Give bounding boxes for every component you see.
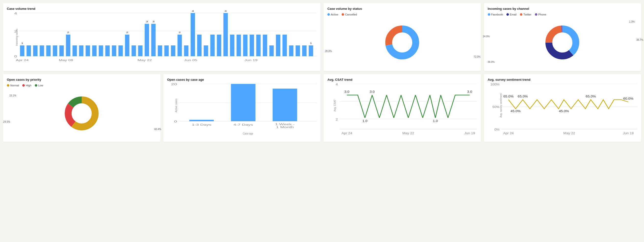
svg-text:Jun 05: Jun 05 — [184, 59, 197, 62]
status-donut-svg — [382, 23, 422, 62]
svg-rect-22 — [105, 45, 110, 56]
avg-csat-card: Avg. CSAT trend Avg. CSAT 4 2 — [324, 74, 481, 142]
channel-label-1-3: 1.3% — [629, 20, 635, 23]
age-title: Open cases by case age — [167, 78, 317, 82]
svg-rect-15 — [66, 35, 70, 56]
cancelled-label: Cancelled — [345, 13, 357, 16]
svg-text:3.0: 3.0 — [467, 90, 472, 93]
low-label: Low — [38, 84, 43, 87]
case-volume-by-status-title: Case volume by status — [328, 7, 477, 11]
priority-label-24-5: 24.5% — [3, 121, 10, 123]
legend-email: Email — [506, 13, 517, 16]
legend-normal: Normal — [7, 84, 19, 87]
svg-text:Jun 19: Jun 19 — [623, 132, 634, 135]
svg-text:0: 0 — [14, 55, 17, 58]
svg-text:4-7 Days: 4-7 Days — [233, 123, 253, 126]
status-label-72: 72.0% — [474, 56, 480, 58]
svg-text:3: 3 — [146, 20, 148, 23]
svg-rect-45 — [224, 13, 228, 56]
svg-rect-31 — [151, 24, 156, 56]
svg-rect-43 — [210, 35, 215, 56]
case-volume-trend-chart: Incoming cases 4 2 0 1 — [7, 13, 316, 67]
svg-rect-39 — [190, 13, 195, 56]
svg-rect-29 — [145, 24, 149, 56]
svg-rect-80 — [189, 120, 214, 121]
svg-text:Apr 24: Apr 24 — [342, 132, 352, 135]
twitter-label: Twitter — [523, 13, 531, 16]
high-dot — [22, 84, 25, 87]
case-volume-trend-title: Case volume trend — [7, 7, 316, 11]
svg-text:May 22: May 22 — [402, 132, 414, 135]
svg-text:45.0%: 45.0% — [510, 110, 521, 113]
channel-label-38-7: 38.7% — [636, 39, 643, 41]
svg-text:4: 4 — [336, 83, 338, 86]
legend-twitter: Twitter — [520, 13, 531, 16]
legend-low: Low — [35, 84, 43, 87]
svg-text:2: 2 — [336, 118, 338, 121]
svg-rect-27 — [132, 45, 136, 56]
csat-y-label: Avg. CSAT — [334, 100, 336, 112]
svg-rect-33 — [158, 45, 162, 56]
svg-text:May 22: May 22 — [563, 132, 575, 135]
priority-donut-svg — [62, 94, 101, 133]
svg-rect-12 — [46, 45, 51, 56]
svg-rect-42 — [204, 45, 208, 56]
case-volume-trend-card: Case volume trend Incoming cases 4 2 0 1 — [3, 3, 320, 71]
y-axis-label: Incoming cases — [16, 29, 18, 46]
high-label: High — [26, 84, 32, 87]
csat-title: Avg. CSAT trend — [328, 78, 477, 82]
sentiment-y-label: Avg. survey sentiment — [499, 94, 502, 118]
svg-text:1.0: 1.0 — [362, 119, 367, 122]
channel-label-24: 24.0% — [483, 35, 490, 38]
svg-rect-47 — [230, 35, 234, 56]
sentiment-chart: Avg. survey sentiment 100% 50% 0% 65.0% … — [488, 84, 638, 138]
svg-rect-56 — [289, 45, 294, 56]
dashboard: Case volume trend Incoming cases 4 2 0 1 — [3, 3, 641, 142]
svg-text:3.0: 3.0 — [344, 90, 349, 93]
svg-rect-23 — [112, 45, 116, 56]
svg-text:4: 4 — [224, 10, 227, 12]
svg-rect-44 — [217, 35, 221, 56]
normal-label: Normal — [10, 84, 19, 87]
svg-text:45.0%: 45.0% — [559, 110, 569, 113]
age-x-label: Case age — [180, 132, 317, 135]
svg-rect-50 — [250, 35, 254, 56]
svg-rect-17 — [72, 45, 77, 56]
svg-rect-81 — [231, 84, 255, 121]
svg-text:60.0%: 60.0% — [623, 97, 634, 100]
svg-rect-25 — [125, 35, 130, 56]
active-label: Active — [331, 13, 338, 16]
svg-rect-82 — [272, 89, 297, 121]
svg-text:0: 0 — [174, 120, 177, 123]
svg-text:1: 1 — [310, 42, 312, 45]
svg-text:Jun 19: Jun 19 — [244, 59, 258, 62]
svg-text:May 22: May 22 — [138, 59, 152, 62]
svg-rect-21 — [99, 45, 103, 56]
svg-text:1: 1 — [21, 42, 23, 45]
active-dot — [328, 13, 330, 16]
svg-text:100%: 100% — [490, 83, 499, 86]
bar-chart-svg: 4 2 0 1 2 — [19, 13, 316, 67]
incoming-by-channel-title: Incoming cases by channel — [488, 7, 638, 11]
priority-donut: 15.1% 60.4% 24.5% — [7, 89, 156, 138]
incoming-by-channel-card: Incoming cases by channel Facebook Email… — [484, 3, 641, 71]
svg-text:May 08: May 08 — [59, 59, 73, 62]
svg-rect-41 — [197, 35, 202, 56]
case-volume-by-status-card: Case volume by status Active Cancelled 2… — [324, 3, 481, 71]
facebook-dot — [488, 13, 490, 16]
status-donut: 28.0% 72.0% — [328, 18, 477, 67]
svg-rect-38 — [184, 45, 188, 56]
svg-text:20: 20 — [171, 83, 177, 86]
priority-legend: Normal High Low — [7, 84, 156, 87]
svg-rect-53 — [269, 45, 274, 56]
open-cases-by-priority-card: Open cases by priority Normal High Low — [3, 74, 160, 142]
svg-text:1-3 Days: 1-3 Days — [192, 123, 211, 126]
phone-label: Phone — [538, 13, 546, 16]
svg-rect-7 — [20, 45, 24, 56]
svg-text:0%: 0% — [494, 128, 499, 131]
csat-chart: Avg. CSAT 4 2 3.0 — [328, 84, 477, 138]
svg-rect-35 — [171, 45, 175, 56]
avg-survey-sentiment-card: Avg. survey sentiment trend Avg. survey … — [484, 74, 641, 142]
svg-rect-49 — [243, 35, 248, 56]
email-label: Email — [510, 13, 517, 16]
